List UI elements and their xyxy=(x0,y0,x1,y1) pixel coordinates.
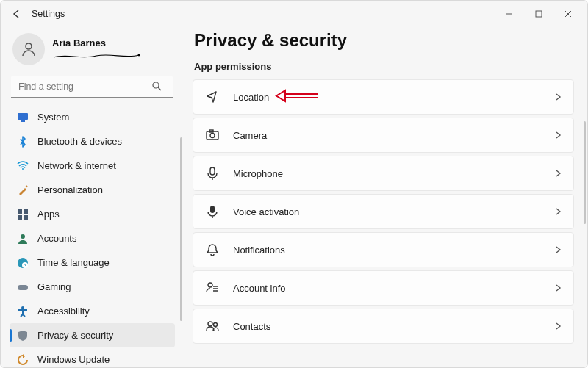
voice-icon xyxy=(205,205,220,218)
bell-icon xyxy=(205,243,220,256)
wifi-icon xyxy=(17,160,29,172)
window-title: Settings xyxy=(27,9,65,19)
permission-label: Voice activation xyxy=(233,206,299,217)
chevron-right-icon xyxy=(554,129,562,142)
person-icon xyxy=(17,233,29,245)
permission-voice-activation[interactable]: Voice activation xyxy=(193,194,574,229)
chevron-right-icon xyxy=(554,90,562,104)
main-scrollbar[interactable] xyxy=(584,121,586,224)
sidebar-item-gaming[interactable]: Gaming xyxy=(10,275,175,299)
search-input[interactable] xyxy=(11,76,173,98)
chevron-right-icon xyxy=(554,320,562,333)
sidebar-item-label: Time & language xyxy=(37,257,110,268)
gamepad-icon xyxy=(17,281,29,293)
shield-icon xyxy=(17,330,29,342)
sidebar-item-label: Network & internet xyxy=(37,160,116,171)
back-button[interactable] xyxy=(5,3,27,25)
chevron-right-icon xyxy=(554,281,562,295)
maximize-button[interactable] xyxy=(524,3,553,25)
permission-camera[interactable]: Camera xyxy=(193,118,574,153)
account-info-icon xyxy=(205,281,220,295)
permission-label: Camera xyxy=(233,130,267,141)
annotation-arrow xyxy=(275,87,319,105)
permission-contacts[interactable]: Contacts xyxy=(193,309,574,344)
location-icon xyxy=(205,90,220,104)
permission-location[interactable]: Location xyxy=(193,79,574,115)
permission-account-info[interactable]: Account info xyxy=(193,270,574,306)
sidebar-item-label: Gaming xyxy=(37,281,71,292)
permission-label: Location xyxy=(233,92,269,103)
chevron-right-icon xyxy=(554,205,562,218)
sidebar-item-label: Accessibility xyxy=(37,306,90,317)
contacts-icon xyxy=(205,320,220,333)
sidebar-item-personalization[interactable]: Personalization xyxy=(10,178,175,202)
sidebar-item-label: Accounts xyxy=(37,233,76,244)
permission-notifications[interactable]: Notifications xyxy=(193,232,574,267)
sidebar-item-label: Windows Update xyxy=(37,354,110,365)
close-button[interactable] xyxy=(553,3,583,25)
chevron-right-icon xyxy=(554,243,562,256)
nav-list: SystemBluetooth & devicesNetwork & inter… xyxy=(10,105,178,367)
permission-microphone[interactable]: Microphone xyxy=(193,156,574,191)
sidebar-item-accounts[interactable]: Accounts xyxy=(10,226,175,250)
main-panel: Privacy & security App permissions Locat… xyxy=(182,27,587,367)
permission-list: LocationCameraMicrophoneVoice activation… xyxy=(193,79,574,344)
globe-clock-icon xyxy=(17,257,29,269)
accessibility-icon xyxy=(17,306,29,317)
minimize-button[interactable] xyxy=(495,3,524,25)
sidebar-item-system[interactable]: System xyxy=(10,105,175,129)
svg-point-22 xyxy=(138,54,140,56)
sidebar-item-label: Personalization xyxy=(37,184,103,195)
sidebar: Aria Barnes SystemBluetooth & devicesNet… xyxy=(1,27,182,367)
titlebar: Settings xyxy=(1,1,587,27)
apps-icon xyxy=(17,209,29,220)
page-title: Privacy & security xyxy=(193,27,574,61)
sidebar-item-accessibility[interactable]: Accessibility xyxy=(10,299,175,323)
sidebar-item-bluetooth-devices[interactable]: Bluetooth & devices xyxy=(10,129,175,154)
bluetooth-icon xyxy=(17,136,29,148)
avatar xyxy=(12,33,45,65)
sidebar-item-label: Apps xyxy=(37,209,60,220)
sidebar-item-time-language[interactable]: Time & language xyxy=(10,250,175,275)
monitor-icon xyxy=(17,112,29,123)
sidebar-item-privacy-security[interactable]: Privacy & security xyxy=(10,323,175,347)
redaction-scribble xyxy=(52,53,140,60)
sidebar-item-apps[interactable]: Apps xyxy=(10,202,175,226)
sidebar-item-label: Bluetooth & devices xyxy=(37,136,122,147)
search-icon xyxy=(151,81,162,94)
settings-window: Settings Aria Barnes SystemBluetooth & d… xyxy=(0,0,588,368)
microphone-icon xyxy=(205,167,220,180)
chevron-right-icon xyxy=(554,167,562,180)
profile-name: Aria Barnes xyxy=(52,37,140,48)
permission-label: Account info xyxy=(233,283,286,294)
search-wrap xyxy=(11,76,173,98)
sidebar-item-windows-update[interactable]: Windows Update xyxy=(10,347,175,367)
sidebar-item-label: System xyxy=(37,112,69,123)
permission-label: Notifications xyxy=(233,245,285,256)
section-heading: App permissions xyxy=(193,61,574,79)
sidebar-item-label: Privacy & security xyxy=(37,330,113,341)
profile-block[interactable]: Aria Barnes xyxy=(10,30,178,71)
sidebar-item-network-internet[interactable]: Network & internet xyxy=(10,154,175,178)
permission-label: Contacts xyxy=(233,321,270,332)
permission-label: Microphone xyxy=(233,168,283,179)
camera-icon xyxy=(205,129,220,142)
paintbrush-icon xyxy=(17,184,29,196)
update-icon xyxy=(17,354,29,366)
